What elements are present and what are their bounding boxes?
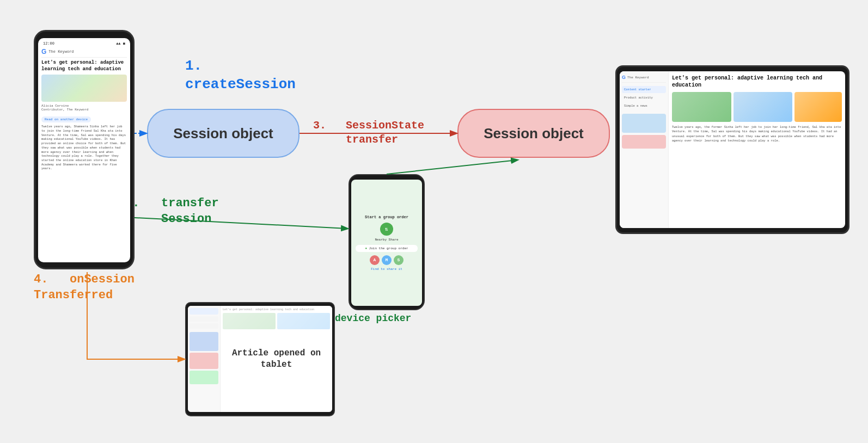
sidebar-thumb-1 bbox=[190, 332, 218, 351]
phone-signal: ▲▲ ◼ bbox=[116, 41, 125, 46]
tablet-image-3 bbox=[794, 92, 842, 122]
tablet-thumbnail-2 bbox=[622, 135, 666, 149]
phone-author-sub: Contributor, The Keyword bbox=[41, 108, 88, 112]
phone-read-on-button[interactable]: Read on another device bbox=[41, 116, 91, 122]
svg-line-3 bbox=[387, 160, 517, 174]
device-picker-title: Start a group order bbox=[365, 215, 408, 219]
step4-label: 4. onSession Transferred bbox=[34, 272, 135, 303]
device-item: ● Join the group order bbox=[356, 245, 418, 252]
tablet-bottom: Let's get personal: adaptive learning te… bbox=[185, 302, 335, 416]
tablet-bottom-screen: Let's get personal: adaptive learning te… bbox=[188, 306, 332, 412]
step4-number: 4. bbox=[34, 273, 48, 286]
google-logo: G bbox=[41, 48, 46, 56]
tablet-right-screen: G The Keyword Content starter Product ac… bbox=[620, 71, 845, 228]
step4-text1: onSession bbox=[70, 273, 135, 286]
step3-text1: SessionState bbox=[346, 119, 424, 132]
tablet-bottom-content: Let's get personal: adaptive learning te… bbox=[221, 306, 332, 412]
phone-author: Alicia Corvino Contributor, The Keyword bbox=[41, 104, 127, 112]
device-picker-label-text: device picker bbox=[335, 313, 411, 324]
tablet-nav-item-3[interactable]: Simple a news bbox=[622, 102, 666, 109]
step3-label: 3. SessionState transfer bbox=[313, 119, 424, 147]
step2-text1: transfer bbox=[161, 196, 219, 210]
sidebar-nav-2 bbox=[190, 316, 218, 322]
device-item-text: Join the group order bbox=[369, 247, 408, 250]
tablet-app-name: The Keyword bbox=[627, 76, 649, 79]
sidebar-thumb-3 bbox=[190, 371, 218, 384]
step2-text2: Session bbox=[161, 212, 211, 226]
sidebar-thumb-2 bbox=[190, 353, 218, 369]
nearby-share-icon: ⇅ bbox=[380, 223, 393, 236]
step4-text2: Transferred bbox=[34, 288, 113, 302]
tablet-nav-item-1[interactable]: Content starter bbox=[622, 86, 666, 93]
phone-author-name: Alicia Corvino bbox=[41, 104, 69, 108]
session-box-right-text: Session object bbox=[484, 125, 584, 142]
tablet-nav-item-2[interactable]: Product activity bbox=[622, 94, 666, 101]
tablet-bottom-sidebar bbox=[188, 306, 221, 412]
session-box-right: Session object bbox=[457, 109, 610, 158]
tablet-sidebar: G The Keyword Content starter Product ac… bbox=[620, 71, 669, 228]
phone-header: G The Keyword bbox=[41, 48, 127, 58]
phone-time: 12:00 bbox=[43, 41, 54, 46]
tablet-thumbnail-1 bbox=[622, 114, 666, 133]
diagram-container: 1. createSession 2. transfer Session 3. … bbox=[0, 0, 868, 443]
tablet-right: G The Keyword Content starter Product ac… bbox=[615, 65, 849, 234]
tablet-image-1 bbox=[672, 92, 731, 122]
avatar-3: S bbox=[394, 255, 404, 265]
phone-app-name: The Keyword bbox=[48, 50, 74, 54]
avatar-1: A bbox=[370, 255, 380, 265]
phone-middle: Start a group order ⇅ Nearby Share ● Joi… bbox=[349, 174, 425, 310]
phone-article-image bbox=[41, 75, 127, 102]
article-opened-text: Article opened on tablet bbox=[226, 348, 327, 371]
step1-number: 1. bbox=[185, 57, 296, 76]
tablet-image-2 bbox=[733, 92, 793, 122]
phone-left-screen: 12:00 ▲▲ ◼ G The Keyword Let's get perso… bbox=[38, 38, 130, 262]
phone-left: 12:00 ▲▲ ◼ G The Keyword Let's get perso… bbox=[34, 30, 135, 269]
nearby-share-label: Nearby Share bbox=[375, 238, 398, 242]
device-picker-label: device picker bbox=[335, 313, 411, 324]
phone-article-title: Let's get personal: adaptive learning te… bbox=[41, 60, 127, 72]
step3-number: 3. bbox=[313, 119, 326, 132]
session-box-left-text: Session object bbox=[173, 125, 273, 142]
device-picker-screen: Start a group order ⇅ Nearby Share ● Joi… bbox=[351, 180, 422, 306]
avatar-2: M bbox=[382, 255, 392, 265]
phone-body-text: Twelve years ago, Shameera Sinha left he… bbox=[41, 125, 127, 171]
tablet-logo: G The Keyword bbox=[622, 75, 666, 83]
step1-label: 1. createSession bbox=[185, 57, 296, 94]
session-box-left: Session object bbox=[147, 109, 299, 158]
tablet-images-row bbox=[672, 92, 842, 122]
step3-text2: transfer bbox=[346, 133, 398, 146]
tablet-article-title: Let's get personal: adaptive learning te… bbox=[672, 75, 842, 89]
tablet-google-logo: G bbox=[622, 75, 626, 80]
sidebar-nav-3 bbox=[190, 323, 218, 329]
tablet-body-text: Twelve years ago, the former Sinha left … bbox=[672, 125, 842, 143]
step1-text: createSession bbox=[185, 76, 296, 94]
article-opened-overlay: Article opened on tablet bbox=[221, 306, 332, 412]
phone-status-bar: 12:00 ▲▲ ◼ bbox=[41, 41, 127, 46]
sidebar-nav-1 bbox=[190, 308, 218, 315]
device-avatars: A M S bbox=[370, 255, 404, 265]
step2-label: 2. transfer Session bbox=[125, 196, 219, 227]
device-share-label: Find to share it bbox=[371, 267, 402, 271]
tablet-content: Let's get personal: adaptive learning te… bbox=[669, 71, 845, 228]
